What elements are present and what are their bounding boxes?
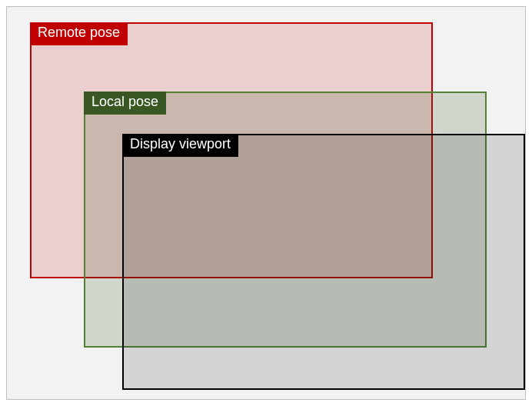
remote-pose-label: Remote pose bbox=[30, 22, 128, 45]
local-pose-label: Local pose bbox=[84, 92, 166, 115]
display-viewport-label: Display viewport bbox=[122, 134, 238, 157]
diagram-canvas: Remote pose Local pose Display viewport bbox=[6, 6, 526, 400]
display-viewport-box: Display viewport bbox=[122, 134, 525, 390]
